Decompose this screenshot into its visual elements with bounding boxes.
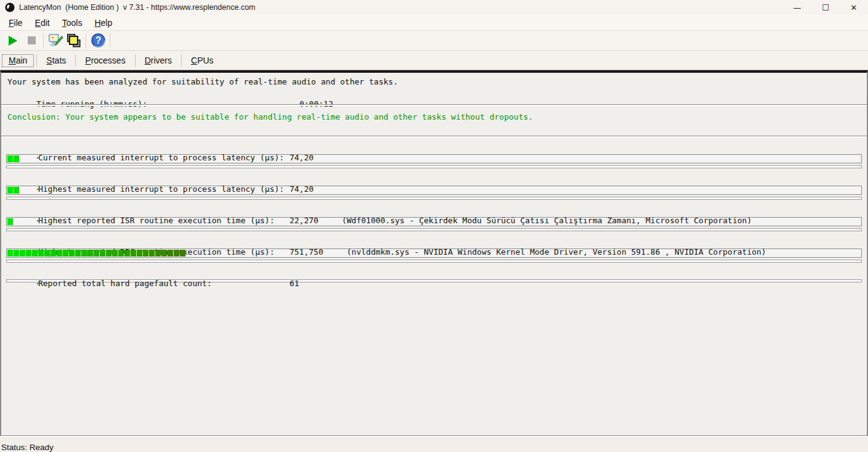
title-bar: LatencyMon (Home Edition ) v 7.31 - http…	[0, 0, 868, 15]
tab-main[interactable]: Main	[1, 54, 34, 68]
maximize-button[interactable]: ☐	[811, 0, 840, 15]
menu-item-file[interactable]: File	[2, 16, 29, 30]
metric-groove	[6, 228, 862, 231]
tab-stats[interactable]: Stats	[39, 54, 73, 68]
menu-item-tools[interactable]: Tools	[56, 16, 89, 30]
tab-drivers[interactable]: Drivers	[137, 54, 179, 68]
report-windows-button[interactable]	[65, 32, 83, 49]
metric-detail: (Wdf01000.sys - Çekirdek Modu Sürücü Çat…	[342, 216, 752, 225]
metric-detail: (nvlddmkm.sys - NVIDIA Windows Kernel Mo…	[347, 247, 766, 257]
tab-cpus[interactable]: CPUs	[184, 54, 221, 68]
metric-value: 74,20	[290, 184, 314, 194]
conclusion-panel: Conclusion: Your system appears to be su…	[1, 106, 867, 136]
menu-bar: FileEditToolsHelp	[0, 15, 868, 31]
metric-row: ·Highest reported ISR routine execution …	[1, 204, 867, 231]
menu-item-help[interactable]: Help	[88, 16, 118, 30]
metric-row: ·Highest reported DPC routine execution …	[1, 236, 867, 263]
toolbar-separator	[86, 33, 86, 48]
play-icon	[9, 36, 17, 46]
metric-value: 751,750	[290, 247, 323, 257]
metrics-panel: ·Current measured interrupt to process l…	[1, 138, 867, 435]
content-area: Your system has been analyzed for suitab…	[0, 70, 868, 435]
tab-processes[interactable]: Processes	[78, 54, 132, 68]
tab-separator	[181, 54, 182, 67]
menu-item-edit[interactable]: Edit	[29, 16, 56, 30]
question-mark-icon: ?	[91, 33, 106, 48]
start-monitor-button[interactable]	[4, 32, 22, 49]
metric-value: 61	[290, 279, 299, 288]
close-button[interactable]: ✕	[840, 0, 868, 15]
options-button[interactable]	[46, 32, 65, 49]
status-bar: Status: Ready	[0, 437, 868, 450]
analysis-panel: Your system has been analyzed for suitab…	[1, 73, 867, 104]
stop-monitor-button[interactable]	[22, 32, 41, 49]
latencymon-app-icon	[5, 2, 15, 12]
metric-row: ·Current measured interrupt to process l…	[1, 141, 867, 168]
metric-row: ·Reported total hard pagefault count:61	[1, 267, 867, 282]
window-title: LatencyMon (Home Edition ) v 7.31 - http…	[19, 3, 256, 12]
metrics-list: ·Current measured interrupt to process l…	[1, 141, 867, 282]
conclusion-text: Conclusion: Your system appears to be su…	[7, 112, 867, 121]
metric-row: ·Highest measured interrupt to process l…	[1, 173, 867, 200]
toolbar-separator	[110, 33, 110, 48]
tab-separator	[36, 54, 37, 67]
minimize-button[interactable]: —	[783, 0, 811, 15]
tab-separator	[135, 54, 136, 67]
metric-value: 74,20	[290, 153, 314, 162]
metric-label: Highest measured interrupt to process la…	[38, 184, 290, 194]
metric-groove	[6, 260, 862, 263]
metric-label: Reported total hard pagefault count:	[38, 279, 290, 288]
metric-value: 22,270	[290, 216, 318, 225]
stop-icon	[28, 36, 36, 44]
metric-groove	[6, 165, 862, 168]
tab-separator	[75, 54, 76, 67]
tab-strip: MainStatsProcessesDriversCPUs	[0, 51, 868, 70]
toolbar: ?	[0, 31, 868, 51]
help-button[interactable]: ?	[89, 32, 107, 49]
analysis-text: Your system has been analyzed for suitab…	[7, 77, 867, 90]
svg-text:?: ?	[95, 35, 101, 46]
stacked-windows-icon	[66, 33, 82, 49]
monitor-pen-icon	[47, 33, 63, 49]
toolbar-separator	[43, 33, 44, 48]
status-text: Status: Ready	[1, 443, 54, 452]
metric-label: Highest reported ISR routine execution t…	[38, 216, 290, 225]
metric-groove	[6, 197, 862, 200]
metric-label: Current measured interrupt to process la…	[38, 153, 290, 162]
